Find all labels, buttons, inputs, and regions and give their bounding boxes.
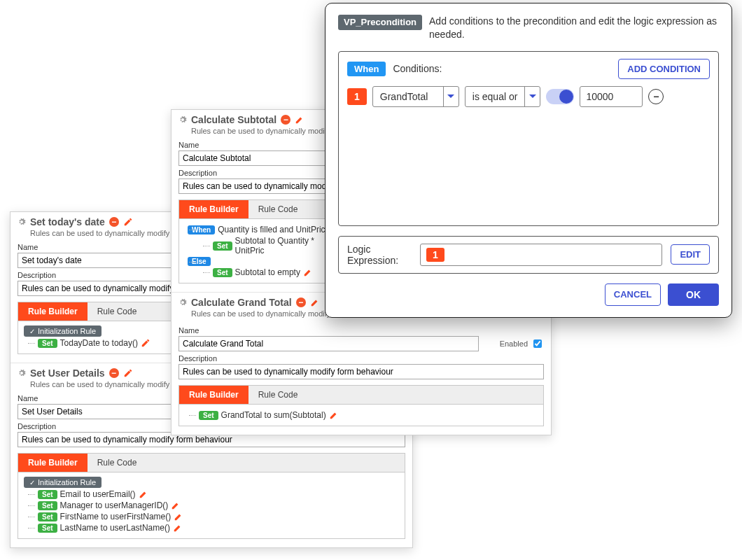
tab-rule-builder[interactable]: Rule Builder <box>179 386 248 404</box>
condition-value-text: 10000 <box>586 91 613 102</box>
set-text: Subtotal to Quantity * UnitPric <box>235 236 333 255</box>
rule-title: Set today's date <box>30 216 105 227</box>
gear-icon <box>178 115 187 124</box>
field-dropdown[interactable]: GrandTotal <box>372 86 459 107</box>
set-row: SetFirstName to userFirstName() <box>24 512 399 522</box>
edit-logic-button[interactable]: EDIT <box>671 244 710 265</box>
operator-dropdown[interactable]: is equal or <box>465 86 541 107</box>
cancel-button[interactable]: CANCEL <box>605 284 661 306</box>
chevron-down-icon[interactable] <box>524 87 540 106</box>
rule-body: ✓Initialization Rule SetEmail to userEma… <box>18 472 405 539</box>
tab-rule-code[interactable]: Rule Code <box>88 302 147 321</box>
edit-line-icon[interactable] <box>329 410 339 420</box>
ok-button[interactable]: OK <box>668 284 719 306</box>
precondition-dialog: VP_Precondition Add conditions to the pr… <box>325 3 732 318</box>
description-field[interactable] <box>178 178 340 194</box>
name-field[interactable] <box>178 150 340 166</box>
delete-rule-icon[interactable]: − <box>281 115 290 125</box>
set-badge: Set <box>38 339 57 348</box>
edit-line-icon[interactable] <box>174 512 183 522</box>
set-badge: Set <box>213 241 232 251</box>
rule-title: Set User Details <box>30 368 105 379</box>
delete-rule-icon[interactable]: − <box>109 368 119 378</box>
add-condition-button[interactable]: ADD CONDITION <box>618 59 710 79</box>
dialog-footer: CANCEL OK <box>338 284 719 306</box>
rule-body: SetGrandTotal to sum(Subtotal) <box>178 405 544 426</box>
tab-bar: Rule Builder Rule Code <box>18 453 405 472</box>
set-text: Manager to userManagerID() <box>60 500 169 510</box>
delete-rule-icon[interactable]: − <box>296 298 306 307</box>
set-badge: Set <box>213 268 232 277</box>
set-text: Subtotal to empty <box>235 267 300 277</box>
rule-body: WhenQuantity is filled and UnitPrice Set… <box>178 219 340 284</box>
tab-rule-builder[interactable]: Rule Builder <box>18 302 88 321</box>
set-text: TodayDate to today() <box>60 338 138 348</box>
enabled-label: Enabled <box>500 340 528 348</box>
name-label: Name <box>178 326 479 335</box>
tab-bar: Rule Builder Rule Code <box>178 385 544 405</box>
initialization-pill: ✓Initialization Rule <box>24 477 102 488</box>
chevron-down-icon[interactable] <box>443 87 458 106</box>
tab-rule-code[interactable]: Rule Code <box>88 454 147 472</box>
tab-rule-code[interactable]: Rule Code <box>248 386 308 404</box>
when-text: Quantity is filled and UnitPrice <box>218 225 330 234</box>
logic-expression-label: Logic Expression: <box>347 244 412 266</box>
when-chip: When <box>347 62 386 76</box>
enabled-checkbox[interactable] <box>533 340 542 348</box>
set-text: Email to userEmail() <box>60 489 136 499</box>
enabled-row: Enabled <box>500 337 544 350</box>
edit-line-icon[interactable] <box>303 267 313 277</box>
gear-icon <box>178 298 187 307</box>
conditions-label: Conditions: <box>393 63 442 74</box>
condition-toggle[interactable] <box>546 89 574 104</box>
when-row: WhenQuantity is filled and UnitPrice <box>185 225 333 234</box>
else-badge: Else <box>188 257 211 266</box>
name-field[interactable] <box>178 336 479 351</box>
edit-line-icon[interactable] <box>173 523 183 533</box>
edit-line-icon[interactable] <box>141 338 150 348</box>
tab-bar: Rule Builder Rule Code <box>178 200 340 219</box>
set-badge: Set <box>38 490 57 499</box>
init-pill-label: Initialization Rule <box>38 327 96 335</box>
tab-rule-builder[interactable]: Rule Builder <box>18 454 88 472</box>
set-row: SetSubtotal to empty <box>185 267 333 277</box>
rule-title: Calculate Grand Total <box>191 297 292 308</box>
set-row: SetEmail to userEmail() <box>24 489 399 499</box>
when-badge: When <box>188 225 215 234</box>
set-row: Set TodayDate to today() <box>24 338 193 348</box>
description-field[interactable] <box>178 364 544 379</box>
condition-value[interactable]: 10000 <box>580 86 643 107</box>
rule-title: Calculate Subtotal <box>191 114 276 125</box>
precondition-chip: VP_Precondition <box>338 15 422 30</box>
edit-rule-icon[interactable] <box>123 368 133 378</box>
description-label: Description <box>178 354 544 363</box>
edit-rule-icon[interactable] <box>295 115 304 125</box>
dialog-header: VP_Precondition Add conditions to the pr… <box>338 15 719 41</box>
set-row: SetGrandTotal to sum(Subtotal) <box>185 410 538 420</box>
logic-expression-chip: 1 <box>426 248 444 262</box>
conditions-panel: When Conditions: ADD CONDITION 1 GrandTo… <box>338 51 719 226</box>
set-badge: Set <box>38 524 57 533</box>
delete-rule-icon[interactable]: − <box>109 217 119 227</box>
initialization-pill: ✓Initialization Rule <box>24 326 102 337</box>
set-badge: Set <box>199 411 218 420</box>
set-badge: Set <box>38 501 57 510</box>
set-badge: Set <box>38 512 57 522</box>
set-row: SetManager to userManagerID() <box>24 500 399 510</box>
set-text: FirstName to userFirstName() <box>60 512 172 522</box>
condition-number: 1 <box>347 88 367 105</box>
set-text: GrandTotal to sum(Subtotal) <box>221 410 326 420</box>
edit-rule-icon[interactable] <box>123 217 133 227</box>
logic-expression-field[interactable]: 1 <box>420 244 662 266</box>
remove-condition-icon[interactable]: − <box>648 89 664 104</box>
edit-rule-icon[interactable] <box>310 298 320 307</box>
edit-line-icon[interactable] <box>139 489 148 499</box>
init-pill-label: Initialization Rule <box>38 478 96 486</box>
condition-row: 1 GrandTotal is equal or 10000 − <box>347 86 710 107</box>
set-text: LastName to userLastName() <box>60 523 170 533</box>
tab-rule-builder[interactable]: Rule Builder <box>179 200 248 218</box>
edit-line-icon[interactable] <box>171 500 181 510</box>
else-row: Else <box>185 257 333 266</box>
tab-rule-code[interactable]: Rule Code <box>248 200 308 218</box>
operator-dropdown-value: is equal or <box>465 87 525 106</box>
